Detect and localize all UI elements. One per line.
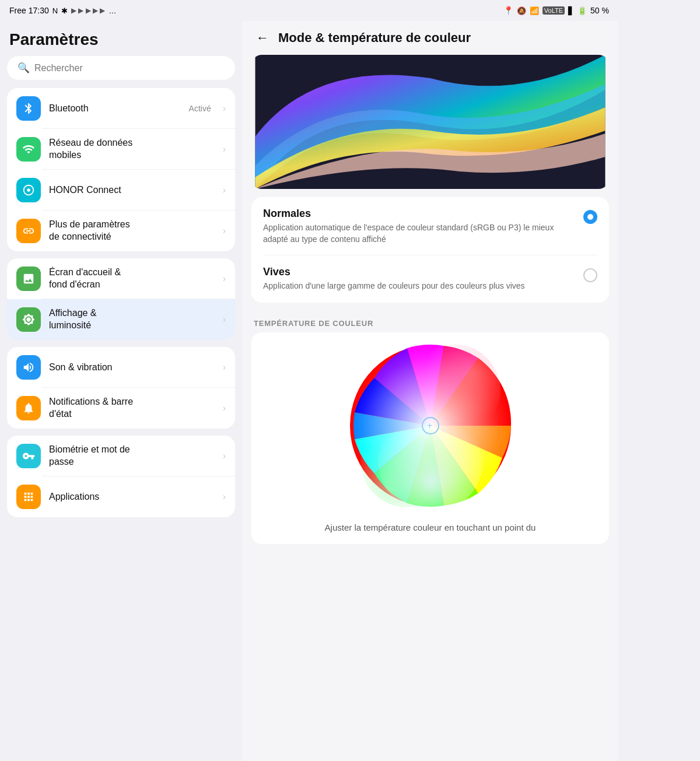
status-left: Free 17:30 N ✱ ▶ ▶ ▶ ▶ ▶ … [9,6,116,15]
rainbow-banner [251,55,609,189]
sound-card: Son & vibration › Notifications & barred… [7,347,235,429]
search-bar[interactable]: 🔍 [7,56,235,80]
ecran-chevron: › [223,273,226,284]
mode-vives-title: Vives [263,266,575,278]
affichage-text: Affichage &luminosité [49,307,215,332]
connectivity-chevron: › [223,226,226,236]
media-icons: ▶ ▶ ▶ ▶ ▶ [71,6,105,15]
svg-text:+: + [427,420,432,430]
settings-item-affichage[interactable]: Affichage &luminosité › [7,299,235,340]
connectivity-icon [16,219,41,243]
right-panel-title: Mode & température de couleur [278,30,471,45]
color-wheel-card: + Ajuster la température couleur en touc… [251,332,609,544]
svg-point-6 [407,344,501,437]
display-card: Écran d'accueil &fond d'écran › Affichag… [7,258,235,340]
son-chevron: › [223,362,226,373]
temp-section-label: TEMPÉRATURE DE COULEUR [251,311,609,332]
son-label: Son & vibration [49,362,215,374]
settings-item-reseau[interactable]: Réseau de donnéesmobiles › [7,129,235,170]
bluetooth-icon [16,96,41,121]
reseau-chevron: › [223,144,226,155]
nfc-icon: N [52,6,58,15]
notifications-icon [16,396,41,420]
settings-item-notifications[interactable]: Notifications & barred'état › [7,388,235,429]
search-input[interactable] [34,63,225,73]
bluetooth-text: Bluetooth [49,103,181,115]
bluetooth-status-icon: ✱ [61,6,68,15]
volte-icon: VoLTE [542,6,565,15]
mode-normales-title: Normales [263,208,575,220]
search-icon: 🔍 [18,62,30,74]
connectivity-card: Bluetooth Activé › Réseau de donnéesmobi… [7,88,235,251]
reseau-icon [16,137,41,162]
applications-chevron: › [223,492,226,502]
connectivity-label: Plus de paramètresde connectivité [49,219,215,243]
biometrie-label: Biométrie et mot depasse [49,444,215,468]
signal-icon: ▋ [568,6,574,15]
bluetooth-chevron: › [223,103,226,114]
ecran-text: Écran d'accueil &fond d'écran [49,266,215,291]
more-icon: … [108,6,116,15]
mode-normales-text: Normales Application automatique de l'es… [263,208,575,245]
svg-point-0 [27,188,30,192]
location-icon: 📍 [503,6,513,15]
notifications-chevron: › [223,403,226,413]
settings-item-son[interactable]: Son & vibration › [7,347,235,388]
mode-normales-desc: Application automatique de l'espace de c… [263,222,575,245]
ecran-label: Écran d'accueil &fond d'écran [49,266,215,291]
affichage-label: Affichage &luminosité [49,307,215,332]
bluetooth-badge: Activé [189,104,211,113]
mode-vives-text: Vives Application d'une large gamme de c… [263,266,575,292]
honor-label: HONOR Connect [49,184,215,197]
honor-text: HONOR Connect [49,184,215,197]
applications-icon [16,485,41,509]
mode-normales[interactable]: Normales Application automatique de l'es… [251,197,609,255]
bluetooth-label: Bluetooth [49,103,181,115]
settings-item-honor[interactable]: HONOR Connect › [7,170,235,211]
settings-item-biometrie[interactable]: Biométrie et mot depasse › [7,436,235,476]
silent-icon: 🔕 [517,6,526,15]
settings-item-applications[interactable]: Applications › [7,476,235,517]
mode-card: Normales Application automatique de l'es… [251,197,609,303]
honor-icon [16,178,41,202]
mode-vives-desc: Application d'une large gamme de couleur… [263,280,575,292]
reseau-text: Réseau de donnéesmobiles [49,137,215,162]
applications-text: Applications [49,491,215,503]
connectivity-text: Plus de paramètresde connectivité [49,219,215,243]
son-text: Son & vibration [49,362,215,374]
settings-item-ecran[interactable]: Écran d'accueil &fond d'écran › [7,258,235,299]
notifications-label: Notifications & barred'état [49,396,215,420]
left-panel: Paramètres 🔍 Bluetooth Activé › [0,21,242,761]
son-icon [16,355,41,380]
ecran-icon [16,266,41,291]
settings-item-bluetooth[interactable]: Bluetooth Activé › [7,88,235,129]
applications-label: Applications [49,491,215,503]
status-bar: Free 17:30 N ✱ ▶ ▶ ▶ ▶ ▶ … 📍 🔕 📶 VoLTE ▋… [0,0,618,21]
wifi-icon: 📶 [530,6,539,15]
affichage-chevron: › [223,314,226,325]
biometrie-text: Biométrie et mot depasse [49,444,215,468]
right-content: Normales Application automatique de l'es… [242,55,618,761]
reseau-label: Réseau de donnéesmobiles [49,137,215,162]
honor-chevron: › [223,185,226,195]
radio-normales[interactable] [583,210,597,224]
battery-level: 50 % [590,6,609,15]
back-button[interactable]: ← [256,30,269,45]
status-right: 📍 🔕 📶 VoLTE ▋ 🔋 50 % [503,6,609,15]
right-header: ← Mode & température de couleur [242,21,618,55]
battery-icon: 🔋 [578,6,587,15]
biometrie-icon [16,444,41,468]
main-layout: Paramètres 🔍 Bluetooth Activé › [0,21,618,761]
color-temp-hint: Ajuster la température couleur en toucha… [325,517,536,532]
bio-apps-card: Biométrie et mot depasse › Applications … [7,436,235,517]
settings-item-connectivity[interactable]: Plus de paramètresde connectivité › [7,211,235,251]
panel-title: Paramètres [7,21,235,56]
mode-vives[interactable]: Vives Application d'une large gamme de c… [251,255,609,303]
radio-vives[interactable] [583,268,597,282]
biometrie-chevron: › [223,451,226,461]
affichage-icon [16,307,41,332]
status-carrier-time: Free 17:30 [9,6,49,15]
color-wheel[interactable]: + [349,344,512,507]
notifications-text: Notifications & barred'état [49,396,215,420]
right-panel: ← Mode & température de couleur [242,21,618,761]
